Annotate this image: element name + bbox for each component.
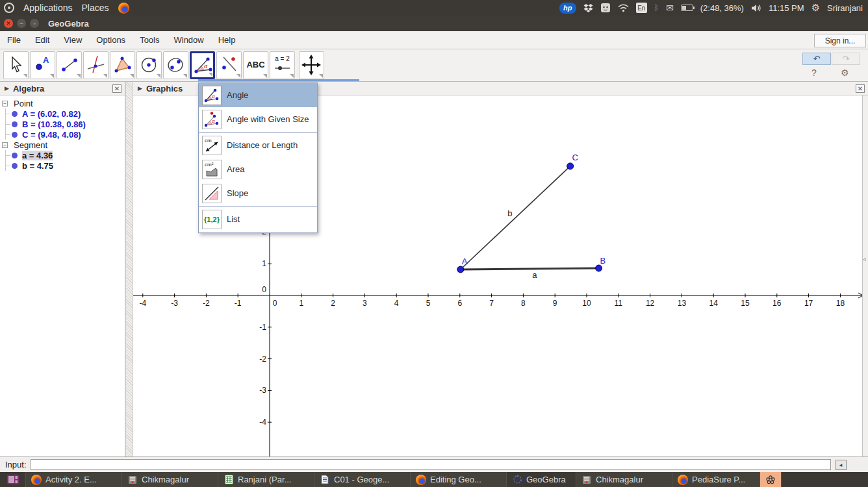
right-panel-splitter[interactable]: ◃ — [862, 95, 868, 456]
algebra-input-field[interactable] — [31, 459, 831, 470]
algebra-close-icon[interactable]: ✕ — [112, 84, 121, 93]
firefox-launcher-icon[interactable] — [118, 3, 129, 14]
taskbar-item-chikmagalur-1[interactable]: Chikmagalur — [122, 472, 218, 487]
menu-item-angle[interactable]: α Angle — [199, 83, 317, 107]
minimize-window-button[interactable]: − — [17, 19, 26, 28]
panel-splitter[interactable] — [125, 82, 133, 456]
hp-logo-icon: hp — [559, 3, 576, 14]
help-button[interactable]: ? — [811, 68, 817, 78]
session-gear-icon[interactable]: ⚙ — [811, 2, 820, 14]
collapse-box-point[interactable]: − — [2, 101, 8, 106]
tool-move-button[interactable] — [3, 51, 29, 79]
clock[interactable]: 11:15 PM — [769, 3, 804, 13]
group-label-point: Point — [14, 99, 33, 108]
angle-with-given-size-icon: α — [202, 110, 222, 129]
taskbar-item-chikmagalur-2[interactable]: Chikmagalur — [576, 472, 672, 487]
menu-window[interactable]: Window — [166, 32, 211, 48]
archive-icon — [581, 475, 592, 485]
battery-status-text: (2:48, 36%) — [700, 3, 744, 13]
firefox-icon — [416, 475, 426, 485]
collapse-arrow-icon[interactable]: ◃ — [863, 256, 866, 262]
menu-item-angle-with-given-size[interactable]: α Angle with Given Size — [199, 107, 317, 131]
tool-move-graphics-view-button[interactable] — [299, 51, 324, 79]
menu-edit[interactable]: Edit — [28, 32, 57, 48]
menu-view[interactable]: View — [57, 32, 89, 48]
tool-angle-button[interactable]: α — [190, 51, 215, 79]
algebra-panel-title: Algebra — [13, 84, 44, 94]
bluetooth-icon[interactable]: ᛒ — [654, 3, 659, 12]
taskbar-item-editing[interactable]: Editing Geo... — [411, 472, 507, 487]
username[interactable]: Sriranjani — [827, 3, 863, 13]
svg-text:2: 2 — [331, 299, 335, 308]
algebra-item-a[interactable]: a = 4.36 — [6, 150, 125, 160]
input-help-toggle[interactable]: ◂ — [836, 460, 847, 470]
taskbar-item-activity[interactable]: Activity 2. E... — [26, 472, 122, 487]
taskbar-item-geogebra[interactable]: GeoGebra — [507, 472, 576, 487]
tool-segment-button[interactable] — [57, 51, 82, 79]
algebra-item-b[interactable]: b = 4.75 — [6, 160, 125, 171]
keyboard-layout-indicator[interactable]: En — [636, 3, 647, 13]
menu-options[interactable]: Options — [89, 32, 133, 48]
sign-in-button[interactable]: Sign in... — [814, 34, 866, 47]
wifi-icon[interactable] — [618, 4, 629, 12]
graphics-panel-title: Graphics — [146, 84, 183, 94]
menu-item-area[interactable]: cm² Area — [199, 157, 317, 181]
segment-b — [461, 166, 570, 269]
svg-text:B: B — [600, 256, 606, 266]
graphics-close-icon[interactable]: ✕ — [856, 84, 865, 93]
close-window-button[interactable]: ✕ — [4, 19, 13, 28]
redo-button[interactable]: ↷ — [832, 53, 860, 65]
algebra-item-A[interactable]: A = (6.02, 0.82) — [6, 108, 125, 119]
svg-text:-2: -2 — [203, 299, 210, 308]
svg-text:a: a — [532, 270, 537, 280]
algebra-item-C[interactable]: C = (9.48, 4.08) — [6, 129, 125, 140]
tool-slider-button[interactable]: a = 2 — [270, 51, 295, 79]
undo-button[interactable]: ↶ — [802, 53, 831, 65]
taskbar-item-c01[interactable]: C01 - Geoge... — [314, 472, 411, 487]
input-label: Input: — [5, 460, 27, 469]
algebra-item-B[interactable]: B = (10.38, 0.86) — [6, 119, 125, 129]
distro-icon[interactable] — [4, 3, 14, 13]
svg-text:ABC: ABC — [246, 60, 265, 69]
applications-menu[interactable]: Applications — [23, 3, 73, 13]
svg-text:-4: -4 — [139, 299, 146, 308]
tool-perpendicular-line-button[interactable] — [83, 51, 108, 79]
menu-item-list[interactable]: {1,2} List — [199, 207, 317, 231]
battery-icon[interactable] — [681, 5, 693, 11]
geogebra-icon — [512, 475, 522, 485]
tool-circle-button[interactable] — [136, 51, 162, 79]
shutter-icon — [765, 475, 776, 485]
svg-text:0: 0 — [262, 285, 266, 294]
taskbar-item-ranjani[interactable]: Ranjani (Par... — [218, 472, 314, 487]
tool-conic-button[interactable] — [163, 51, 188, 79]
menu-file[interactable]: File — [0, 32, 28, 48]
workspace-switcher-icon[interactable] — [0, 472, 26, 487]
collapse-box-segment[interactable]: − — [2, 142, 8, 148]
svg-text:-1: -1 — [259, 323, 266, 332]
graphics-collapse-icon[interactable]: ▶ — [138, 85, 142, 92]
tool-point-button[interactable]: A — [30, 51, 55, 79]
preferences-gear-icon[interactable]: ⚙ — [841, 68, 849, 78]
menu-item-slope[interactable]: Slope — [199, 181, 317, 205]
tool-polygon-button[interactable] — [110, 51, 135, 79]
svg-text:6: 6 — [457, 299, 462, 308]
window-titlebar: ✕ − ▫ GeoGebra — [0, 16, 868, 31]
dropbox-icon[interactable] — [583, 3, 593, 13]
menu-tools[interactable]: Tools — [133, 32, 166, 48]
maximize-window-button[interactable]: ▫ — [30, 19, 39, 28]
menu-item-distance-or-length[interactable]: cm Distance or Length — [199, 133, 317, 157]
taskbar-item-pediasure[interactable]: PediaSure P... — [672, 472, 760, 487]
group-label-segment: Segment — [14, 140, 47, 150]
point-bullet — [12, 111, 18, 117]
svg-text:1: 1 — [262, 259, 266, 268]
algebra-collapse-icon[interactable]: ▶ — [5, 85, 9, 92]
app-indicator-icon[interactable] — [600, 3, 611, 13]
svg-text:8: 8 — [521, 299, 526, 308]
volume-icon[interactable] — [751, 4, 761, 12]
mail-icon[interactable]: ✉ — [666, 3, 674, 13]
tool-reflect-button[interactable] — [216, 51, 242, 79]
tool-text-button[interactable]: ABC — [243, 51, 268, 79]
menu-help[interactable]: Help — [211, 32, 243, 48]
places-menu[interactable]: Places — [82, 3, 109, 13]
screenshot-tool-button[interactable] — [760, 472, 782, 487]
